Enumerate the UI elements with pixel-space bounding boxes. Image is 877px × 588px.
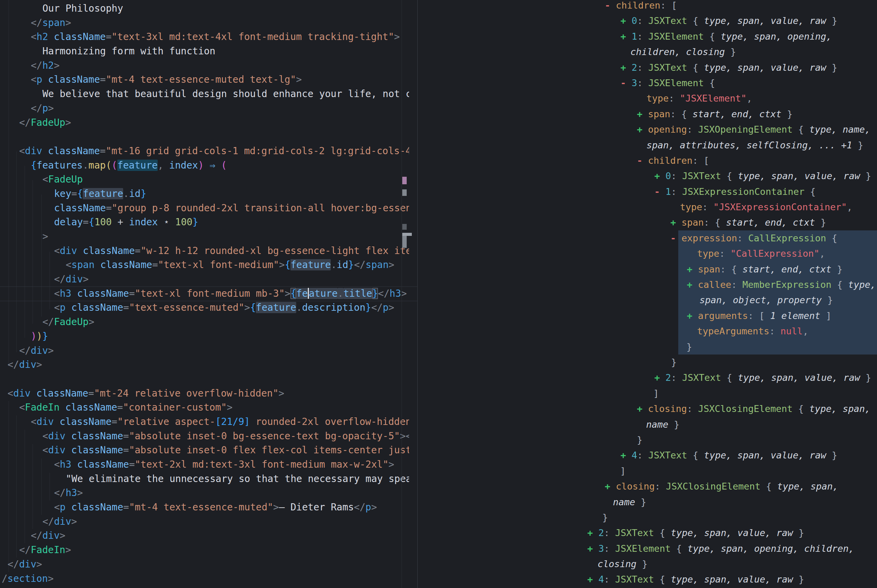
- code-line[interactable]: Harmonizing form with function: [0, 44, 409, 58]
- ast-row[interactable]: + 2: JSXText { type, span, value, raw }: [417, 60, 877, 75]
- ast-row[interactable]: }: [417, 354, 877, 370]
- ast-row[interactable]: }: [417, 339, 877, 354]
- code-line[interactable]: delay={100 + index ⋆ 100}: [0, 215, 409, 230]
- code-line[interactable]: </div>: [0, 557, 409, 572]
- expand-plus-icon[interactable]: +: [637, 109, 648, 119]
- expand-plus-icon[interactable]: +: [687, 310, 698, 321]
- code-line[interactable]: /section>: [0, 572, 409, 586]
- expand-plus-icon[interactable]: +: [654, 171, 665, 181]
- ast-row[interactable]: }: [417, 510, 877, 525]
- ast-row[interactable]: + 2: JSXText { type, span, value, raw }: [417, 370, 877, 385]
- ast-tree-pane[interactable]: - children: [+ 0: JSXText { type, span, …: [417, 0, 877, 588]
- code-line[interactable]: ))}: [0, 329, 409, 344]
- code-line[interactable]: </FadeUp>: [0, 315, 409, 329]
- code-line[interactable]: <div className="absolute inset-0 flex fl…: [0, 443, 409, 458]
- ast-row[interactable]: + opening: JSXOpeningElement { type, nam…: [417, 122, 877, 137]
- code-line[interactable]: <p className="mt-4 text-essence-muted">—…: [0, 500, 409, 514]
- ast-row[interactable]: type: "JSXElement",: [417, 91, 877, 106]
- expand-plus-icon[interactable]: +: [620, 15, 632, 26]
- expand-plus-icon[interactable]: +: [654, 372, 665, 383]
- ast-row[interactable]: - children: [: [417, 0, 877, 13]
- ast-row[interactable]: + span: { start, end, ctxt }: [417, 106, 877, 122]
- collapse-minus-icon[interactable]: -: [620, 78, 632, 88]
- code-line[interactable]: <div className="mt-16 grid grid-cols-1 m…: [0, 144, 409, 158]
- code-line[interactable]: {features.map((feature, index) ⇒ (: [0, 158, 409, 172]
- ast-row[interactable]: closing }: [417, 556, 877, 572]
- code-line[interactable]: className="group p-8 rounded-2xl transit…: [0, 201, 409, 215]
- code-line[interactable]: <h3 className="text-xl font-medium mb-3"…: [0, 286, 409, 301]
- ast-row[interactable]: + 4: JSXText { type, span, value, raw }: [417, 572, 877, 587]
- code-line[interactable]: [0, 130, 409, 144]
- code-line[interactable]: <p className="mt-4 text-essence-muted te…: [0, 72, 409, 87]
- ast-row[interactable]: ]: [417, 386, 877, 401]
- code-line[interactable]: <span className="text-xl font-medium">{f…: [0, 258, 409, 272]
- code-line[interactable]: <div className="absolute inset-0 bg-esse…: [0, 429, 409, 443]
- code-line[interactable]: [0, 372, 409, 386]
- expand-plus-icon[interactable]: +: [620, 450, 632, 460]
- code-line[interactable]: Our Philosophy: [0, 2, 409, 16]
- code-line[interactable]: </div>: [0, 358, 409, 372]
- code-line[interactable]: <h3 className="text-2xl md:text-3xl font…: [0, 458, 409, 472]
- code-line[interactable]: <div className="mt-24 relative overflow-…: [0, 386, 409, 400]
- code-line[interactable]: <p className="text-essence-muted">{featu…: [0, 300, 409, 315]
- ast-row[interactable]: span, attributes, selfClosing, ... +1 }: [417, 137, 877, 153]
- ast-row[interactable]: - expression: CallExpression {: [417, 230, 877, 246]
- expand-plus-icon[interactable]: +: [587, 528, 599, 538]
- code-line[interactable]: </div>: [0, 344, 409, 358]
- code-line[interactable]: </div>: [0, 514, 409, 529]
- code-text-area[interactable]: Our Philosophy</span><h2 className="text…: [0, 0, 409, 588]
- code-line[interactable]: </span>: [0, 16, 409, 30]
- ast-row[interactable]: type: "CallExpression",: [417, 246, 877, 261]
- expand-plus-icon[interactable]: +: [670, 217, 682, 228]
- ast-row[interactable]: name }: [417, 494, 877, 510]
- ast-row[interactable]: + 4: JSXText { type, span, value, raw }: [417, 447, 877, 463]
- expand-plus-icon[interactable]: +: [687, 264, 698, 274]
- code-line[interactable]: "We eliminate the unnecessary so that th…: [0, 472, 409, 486]
- expand-plus-icon[interactable]: +: [587, 543, 599, 554]
- code-line[interactable]: </FadeIn>: [0, 543, 409, 557]
- code-line[interactable]: >: [0, 230, 409, 244]
- ast-row[interactable]: + closing: JSXClosingElement { type, spa…: [417, 401, 877, 416]
- ast-row[interactable]: - 3: JSXElement {: [417, 75, 877, 91]
- code-line[interactable]: <div className="relative aspect-[21/9] r…: [0, 415, 409, 429]
- ast-row[interactable]: + 1: JSXElement { type, span, opening,: [417, 29, 877, 44]
- code-line[interactable]: <h2 className="text-3xl md:text-4xl font…: [0, 30, 409, 44]
- expand-plus-icon[interactable]: +: [637, 404, 648, 414]
- expand-plus-icon[interactable]: +: [620, 31, 632, 42]
- code-line[interactable]: <FadeIn className="container-custom">: [0, 400, 409, 415]
- code-line[interactable]: </p>: [0, 101, 409, 116]
- ast-row[interactable]: ]: [417, 463, 877, 478]
- expand-plus-icon[interactable]: +: [687, 279, 698, 290]
- code-line[interactable]: </h2>: [0, 58, 409, 73]
- ast-row[interactable]: + callee: MemberExpression { type,: [417, 277, 877, 292]
- code-line[interactable]: We believe that beautiful design should …: [0, 87, 409, 101]
- code-line[interactable]: <div className="w-12 h-12 rounded-xl bg-…: [0, 244, 409, 258]
- ast-row[interactable]: + arguments: [ 1 element ]: [417, 308, 877, 323]
- ast-row[interactable]: + closing: JSXClosingElement { type, spa…: [417, 478, 877, 494]
- ast-row[interactable]: children, closing }: [417, 44, 877, 60]
- expand-plus-icon[interactable]: +: [637, 124, 648, 135]
- collapse-minus-icon[interactable]: -: [670, 233, 682, 243]
- expand-plus-icon[interactable]: +: [587, 574, 599, 585]
- ast-row[interactable]: type: "JSXExpressionContainer",: [417, 199, 877, 215]
- ast-row[interactable]: span, object, property }: [417, 292, 877, 308]
- collapse-minus-icon[interactable]: -: [654, 186, 665, 197]
- code-editor-pane[interactable]: Our Philosophy</span><h2 className="text…: [0, 0, 417, 588]
- ast-row[interactable]: + 0: JSXText { type, span, value, raw }: [417, 13, 877, 28]
- ast-row[interactable]: }: [417, 432, 877, 447]
- ast-row[interactable]: - 1: JSXExpressionContainer {: [417, 184, 877, 199]
- expand-plus-icon[interactable]: +: [620, 62, 632, 73]
- collapse-minus-icon[interactable]: -: [605, 0, 616, 10]
- collapse-minus-icon[interactable]: -: [637, 155, 648, 166]
- ast-row[interactable]: + 3: JSXElement { type, span, opening, c…: [417, 541, 877, 556]
- code-line[interactable]: </div>: [0, 272, 409, 286]
- expand-plus-icon[interactable]: +: [605, 481, 616, 492]
- ast-row[interactable]: + span: { start, end, ctxt }: [417, 261, 877, 277]
- ast-row[interactable]: typeArguments: null,: [417, 323, 877, 339]
- ast-row[interactable]: + 2: JSXText { type, span, value, raw }: [417, 525, 877, 540]
- ast-row[interactable]: + span: { start, end, ctxt }: [417, 215, 877, 230]
- code-line[interactable]: key={feature.id}: [0, 187, 409, 201]
- code-line[interactable]: <FadeUp: [0, 172, 409, 187]
- code-line[interactable]: </div>: [0, 528, 409, 543]
- code-line[interactable]: </FadeUp>: [0, 116, 409, 130]
